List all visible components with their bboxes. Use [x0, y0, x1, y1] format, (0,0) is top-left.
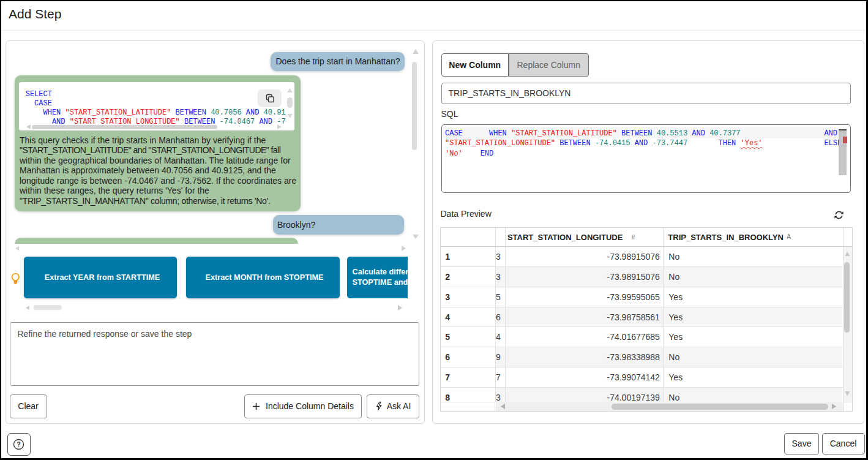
svg-text:?: ? [17, 440, 21, 448]
